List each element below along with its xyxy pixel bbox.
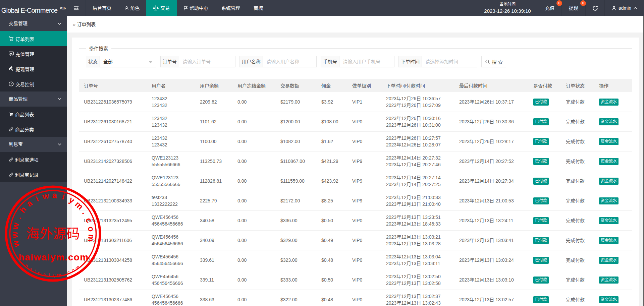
svg-text:m: m: [86, 234, 96, 242]
svg-text:w: w: [10, 222, 21, 230]
svg-text:h: h: [24, 263, 30, 269]
svg-text:a: a: [24, 198, 34, 208]
svg-text:o: o: [86, 226, 96, 232]
svg-text:海外源码: 海外源码: [26, 226, 80, 241]
svg-text:m: m: [57, 272, 62, 278]
svg-text:.: .: [80, 208, 90, 216]
svg-text:y: y: [53, 272, 55, 278]
svg-text:a: a: [52, 190, 57, 200]
svg-text:i: i: [48, 272, 50, 278]
svg-text:w: w: [41, 190, 50, 201]
svg-text:w: w: [10, 239, 21, 249]
svg-text:y: y: [67, 195, 76, 205]
svg-text:w: w: [10, 231, 19, 239]
svg-text:.: .: [13, 214, 23, 220]
svg-text:i: i: [34, 194, 40, 203]
svg-text:haiwaiym.com: haiwaiym.com: [18, 252, 89, 262]
svg-text:m: m: [73, 199, 85, 211]
svg-text:c: c: [84, 217, 94, 224]
svg-text:i: i: [61, 192, 66, 201]
